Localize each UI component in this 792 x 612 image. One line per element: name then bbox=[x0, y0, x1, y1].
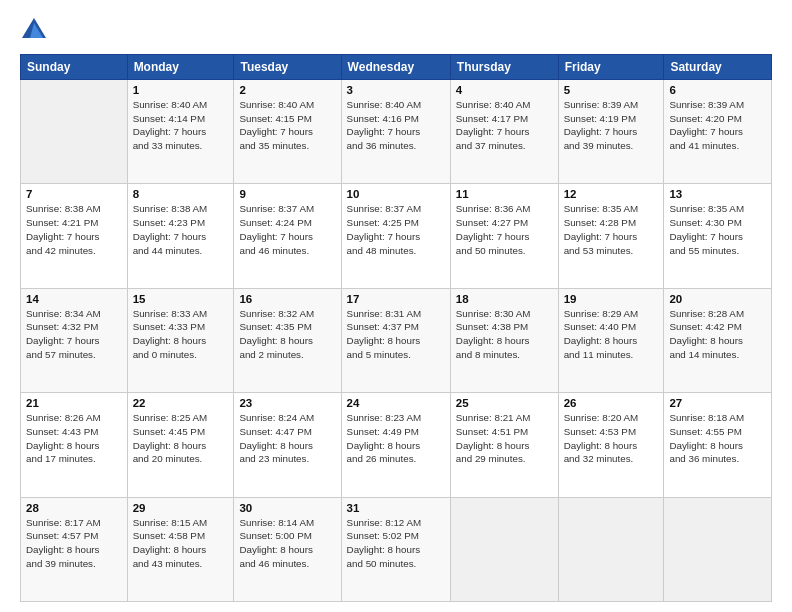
day-info: Sunrise: 8:38 AM Sunset: 4:21 PM Dayligh… bbox=[26, 202, 122, 257]
calendar-cell: 10Sunrise: 8:37 AM Sunset: 4:25 PM Dayli… bbox=[341, 184, 450, 288]
calendar-cell: 19Sunrise: 8:29 AM Sunset: 4:40 PM Dayli… bbox=[558, 288, 664, 392]
day-number: 7 bbox=[26, 188, 122, 200]
day-info: Sunrise: 8:23 AM Sunset: 4:49 PM Dayligh… bbox=[347, 411, 445, 466]
day-number: 9 bbox=[239, 188, 335, 200]
day-number: 23 bbox=[239, 397, 335, 409]
calendar-cell: 22Sunrise: 8:25 AM Sunset: 4:45 PM Dayli… bbox=[127, 393, 234, 497]
calendar-cell: 12Sunrise: 8:35 AM Sunset: 4:28 PM Dayli… bbox=[558, 184, 664, 288]
day-info: Sunrise: 8:26 AM Sunset: 4:43 PM Dayligh… bbox=[26, 411, 122, 466]
day-info: Sunrise: 8:37 AM Sunset: 4:24 PM Dayligh… bbox=[239, 202, 335, 257]
day-info: Sunrise: 8:35 AM Sunset: 4:30 PM Dayligh… bbox=[669, 202, 766, 257]
day-info: Sunrise: 8:34 AM Sunset: 4:32 PM Dayligh… bbox=[26, 307, 122, 362]
day-number: 28 bbox=[26, 502, 122, 514]
day-number: 10 bbox=[347, 188, 445, 200]
day-info: Sunrise: 8:30 AM Sunset: 4:38 PM Dayligh… bbox=[456, 307, 553, 362]
day-number: 20 bbox=[669, 293, 766, 305]
day-info: Sunrise: 8:37 AM Sunset: 4:25 PM Dayligh… bbox=[347, 202, 445, 257]
calendar-cell: 6Sunrise: 8:39 AM Sunset: 4:20 PM Daylig… bbox=[664, 80, 772, 184]
logo-icon bbox=[20, 16, 48, 44]
weekday-header-friday: Friday bbox=[558, 55, 664, 80]
day-number: 21 bbox=[26, 397, 122, 409]
day-info: Sunrise: 8:38 AM Sunset: 4:23 PM Dayligh… bbox=[133, 202, 229, 257]
day-number: 6 bbox=[669, 84, 766, 96]
day-number: 3 bbox=[347, 84, 445, 96]
day-number: 11 bbox=[456, 188, 553, 200]
calendar-week-row: 28Sunrise: 8:17 AM Sunset: 4:57 PM Dayli… bbox=[21, 497, 772, 601]
calendar-cell: 9Sunrise: 8:37 AM Sunset: 4:24 PM Daylig… bbox=[234, 184, 341, 288]
calendar-cell: 17Sunrise: 8:31 AM Sunset: 4:37 PM Dayli… bbox=[341, 288, 450, 392]
day-info: Sunrise: 8:40 AM Sunset: 4:17 PM Dayligh… bbox=[456, 98, 553, 153]
day-number: 27 bbox=[669, 397, 766, 409]
day-info: Sunrise: 8:15 AM Sunset: 4:58 PM Dayligh… bbox=[133, 516, 229, 571]
day-number: 16 bbox=[239, 293, 335, 305]
day-info: Sunrise: 8:14 AM Sunset: 5:00 PM Dayligh… bbox=[239, 516, 335, 571]
day-number: 25 bbox=[456, 397, 553, 409]
day-info: Sunrise: 8:32 AM Sunset: 4:35 PM Dayligh… bbox=[239, 307, 335, 362]
day-number: 14 bbox=[26, 293, 122, 305]
day-info: Sunrise: 8:17 AM Sunset: 4:57 PM Dayligh… bbox=[26, 516, 122, 571]
calendar-cell: 21Sunrise: 8:26 AM Sunset: 4:43 PM Dayli… bbox=[21, 393, 128, 497]
day-info: Sunrise: 8:40 AM Sunset: 4:14 PM Dayligh… bbox=[133, 98, 229, 153]
calendar-table: SundayMondayTuesdayWednesdayThursdayFrid… bbox=[20, 54, 772, 602]
day-info: Sunrise: 8:18 AM Sunset: 4:55 PM Dayligh… bbox=[669, 411, 766, 466]
calendar-cell: 20Sunrise: 8:28 AM Sunset: 4:42 PM Dayli… bbox=[664, 288, 772, 392]
logo bbox=[20, 16, 52, 44]
day-number: 24 bbox=[347, 397, 445, 409]
calendar-cell: 28Sunrise: 8:17 AM Sunset: 4:57 PM Dayli… bbox=[21, 497, 128, 601]
calendar-week-row: 7Sunrise: 8:38 AM Sunset: 4:21 PM Daylig… bbox=[21, 184, 772, 288]
calendar-cell: 31Sunrise: 8:12 AM Sunset: 5:02 PM Dayli… bbox=[341, 497, 450, 601]
day-number: 1 bbox=[133, 84, 229, 96]
day-number: 15 bbox=[133, 293, 229, 305]
calendar-cell: 14Sunrise: 8:34 AM Sunset: 4:32 PM Dayli… bbox=[21, 288, 128, 392]
weekday-header-row: SundayMondayTuesdayWednesdayThursdayFrid… bbox=[21, 55, 772, 80]
day-info: Sunrise: 8:20 AM Sunset: 4:53 PM Dayligh… bbox=[564, 411, 659, 466]
calendar-cell: 16Sunrise: 8:32 AM Sunset: 4:35 PM Dayli… bbox=[234, 288, 341, 392]
calendar-cell: 3Sunrise: 8:40 AM Sunset: 4:16 PM Daylig… bbox=[341, 80, 450, 184]
header bbox=[20, 16, 772, 44]
day-number: 12 bbox=[564, 188, 659, 200]
day-info: Sunrise: 8:24 AM Sunset: 4:47 PM Dayligh… bbox=[239, 411, 335, 466]
page: SundayMondayTuesdayWednesdayThursdayFrid… bbox=[0, 0, 792, 612]
calendar-cell: 5Sunrise: 8:39 AM Sunset: 4:19 PM Daylig… bbox=[558, 80, 664, 184]
calendar-cell: 29Sunrise: 8:15 AM Sunset: 4:58 PM Dayli… bbox=[127, 497, 234, 601]
day-number: 5 bbox=[564, 84, 659, 96]
weekday-header-wednesday: Wednesday bbox=[341, 55, 450, 80]
day-number: 22 bbox=[133, 397, 229, 409]
day-number: 26 bbox=[564, 397, 659, 409]
day-number: 31 bbox=[347, 502, 445, 514]
day-info: Sunrise: 8:40 AM Sunset: 4:15 PM Dayligh… bbox=[239, 98, 335, 153]
weekday-header-saturday: Saturday bbox=[664, 55, 772, 80]
calendar-week-row: 21Sunrise: 8:26 AM Sunset: 4:43 PM Dayli… bbox=[21, 393, 772, 497]
day-number: 29 bbox=[133, 502, 229, 514]
day-info: Sunrise: 8:25 AM Sunset: 4:45 PM Dayligh… bbox=[133, 411, 229, 466]
calendar-cell: 7Sunrise: 8:38 AM Sunset: 4:21 PM Daylig… bbox=[21, 184, 128, 288]
day-info: Sunrise: 8:28 AM Sunset: 4:42 PM Dayligh… bbox=[669, 307, 766, 362]
calendar-cell bbox=[558, 497, 664, 601]
calendar-cell: 1Sunrise: 8:40 AM Sunset: 4:14 PM Daylig… bbox=[127, 80, 234, 184]
day-number: 8 bbox=[133, 188, 229, 200]
day-info: Sunrise: 8:36 AM Sunset: 4:27 PM Dayligh… bbox=[456, 202, 553, 257]
calendar-cell: 4Sunrise: 8:40 AM Sunset: 4:17 PM Daylig… bbox=[450, 80, 558, 184]
day-number: 19 bbox=[564, 293, 659, 305]
calendar-cell: 13Sunrise: 8:35 AM Sunset: 4:30 PM Dayli… bbox=[664, 184, 772, 288]
calendar-cell: 30Sunrise: 8:14 AM Sunset: 5:00 PM Dayli… bbox=[234, 497, 341, 601]
day-number: 4 bbox=[456, 84, 553, 96]
day-info: Sunrise: 8:12 AM Sunset: 5:02 PM Dayligh… bbox=[347, 516, 445, 571]
calendar-cell: 23Sunrise: 8:24 AM Sunset: 4:47 PM Dayli… bbox=[234, 393, 341, 497]
calendar-cell: 27Sunrise: 8:18 AM Sunset: 4:55 PM Dayli… bbox=[664, 393, 772, 497]
day-number: 30 bbox=[239, 502, 335, 514]
calendar-cell: 24Sunrise: 8:23 AM Sunset: 4:49 PM Dayli… bbox=[341, 393, 450, 497]
day-number: 18 bbox=[456, 293, 553, 305]
calendar-cell bbox=[450, 497, 558, 601]
calendar-cell: 15Sunrise: 8:33 AM Sunset: 4:33 PM Dayli… bbox=[127, 288, 234, 392]
calendar-cell: 26Sunrise: 8:20 AM Sunset: 4:53 PM Dayli… bbox=[558, 393, 664, 497]
day-info: Sunrise: 8:39 AM Sunset: 4:19 PM Dayligh… bbox=[564, 98, 659, 153]
day-info: Sunrise: 8:21 AM Sunset: 4:51 PM Dayligh… bbox=[456, 411, 553, 466]
weekday-header-tuesday: Tuesday bbox=[234, 55, 341, 80]
day-info: Sunrise: 8:35 AM Sunset: 4:28 PM Dayligh… bbox=[564, 202, 659, 257]
day-number: 2 bbox=[239, 84, 335, 96]
day-info: Sunrise: 8:39 AM Sunset: 4:20 PM Dayligh… bbox=[669, 98, 766, 153]
weekday-header-thursday: Thursday bbox=[450, 55, 558, 80]
calendar-cell: 18Sunrise: 8:30 AM Sunset: 4:38 PM Dayli… bbox=[450, 288, 558, 392]
calendar-cell: 8Sunrise: 8:38 AM Sunset: 4:23 PM Daylig… bbox=[127, 184, 234, 288]
